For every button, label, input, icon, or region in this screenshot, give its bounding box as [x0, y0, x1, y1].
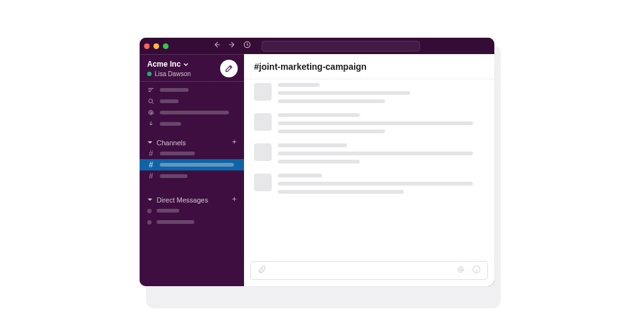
- back-icon[interactable]: [213, 40, 221, 52]
- hash-icon: #: [147, 149, 155, 158]
- workspace-name: Acme Inc: [147, 60, 180, 69]
- add-dm-button[interactable]: [231, 196, 238, 204]
- channel-header: #joint-marketing-campaign: [244, 54, 494, 79]
- hash-icon: #: [147, 172, 155, 180]
- channels-header-label: Channels: [157, 139, 186, 147]
- caret-down-icon: [147, 197, 153, 203]
- dm-item[interactable]: [140, 205, 244, 216]
- paperclip-icon: [257, 265, 267, 274]
- avatar: [254, 83, 272, 101]
- channel-item[interactable]: #: [140, 148, 244, 159]
- placeholder-line: [160, 122, 181, 126]
- placeholder-line: [278, 113, 360, 117]
- placeholder-line: [278, 190, 404, 194]
- avatar: [254, 174, 272, 191]
- workspace-header[interactable]: Acme Inc Lisa Dawson: [140, 55, 244, 82]
- svg-point-4: [473, 265, 480, 272]
- minimize-window-dot[interactable]: [153, 43, 159, 49]
- message-composer[interactable]: [250, 261, 488, 280]
- placeholder-line: [278, 83, 319, 87]
- placeholder-line: [160, 88, 189, 92]
- sidebar-item-mentions[interactable]: [140, 107, 244, 118]
- attach-button[interactable]: [257, 265, 267, 277]
- fullscreen-window-dot[interactable]: [163, 43, 169, 49]
- hash-icon: #: [147, 160, 155, 169]
- dm-presence-icon: [147, 220, 152, 225]
- svg-point-2: [150, 112, 152, 114]
- presence-indicator-icon: [147, 72, 152, 76]
- caret-down-icon: [147, 140, 153, 145]
- message-item: [244, 138, 494, 169]
- chevron-down-icon: [183, 62, 189, 67]
- placeholder-line: [278, 174, 322, 177]
- placeholder-line: [278, 121, 473, 125]
- threads-icon: [147, 86, 155, 94]
- channels-section-header[interactable]: Channels: [140, 136, 244, 148]
- close-window-dot[interactable]: [144, 43, 150, 49]
- window-titlebar: [140, 38, 494, 54]
- message-item: [244, 169, 494, 199]
- placeholder-line: [278, 160, 360, 164]
- sidebar-item-search[interactable]: [140, 96, 244, 107]
- placeholder-line: [278, 152, 473, 155]
- search-icon: [147, 97, 155, 105]
- at-sign-icon: [147, 109, 155, 116]
- placeholder-line: [160, 111, 229, 114]
- mention-button[interactable]: [456, 265, 465, 277]
- avatar: [254, 113, 272, 131]
- emoji-button[interactable]: [472, 265, 481, 277]
- message-item: [244, 108, 494, 138]
- sidebar-top-nav: [140, 82, 244, 131]
- dm-item[interactable]: [140, 216, 244, 228]
- placeholder-line: [278, 130, 385, 133]
- history-icon[interactable]: [243, 40, 252, 52]
- sidebar-item-threads[interactable]: [140, 84, 244, 96]
- channel-item-selected[interactable]: #: [140, 159, 244, 170]
- channel-item[interactable]: #: [140, 170, 244, 182]
- current-user-name: Lisa Dawson: [155, 70, 191, 77]
- avatar: [254, 143, 272, 161]
- window-traffic-lights: [144, 43, 171, 49]
- dms-section-header[interactable]: Direct Messages: [140, 193, 244, 205]
- download-arrow-icon: [147, 120, 155, 128]
- placeholder-line: [278, 99, 385, 103]
- global-search-input[interactable]: [262, 41, 420, 52]
- svg-point-3: [460, 268, 462, 270]
- channel-title[interactable]: #joint-marketing-campaign: [254, 62, 367, 72]
- placeholder-line: [157, 220, 194, 224]
- placeholder-line: [278, 182, 473, 186]
- placeholder-line: [278, 91, 410, 95]
- forward-icon[interactable]: [228, 40, 236, 52]
- message-item: [244, 82, 494, 108]
- compose-icon: [225, 64, 233, 73]
- main-content-area: #joint-marketing-campaign: [244, 54, 494, 286]
- compose-button[interactable]: [220, 60, 238, 77]
- dm-presence-icon: [147, 209, 152, 213]
- placeholder-line: [278, 143, 347, 147]
- add-channel-button[interactable]: [231, 138, 238, 147]
- dms-header-label: Direct Messages: [157, 196, 208, 204]
- placeholder-line: [160, 152, 195, 155]
- workspace-sidebar: Acme Inc Lisa Dawson: [140, 54, 244, 286]
- sidebar-item-saved[interactable]: [140, 118, 244, 130]
- smiley-icon: [472, 265, 481, 274]
- placeholder-line: [157, 209, 179, 213]
- placeholder-line: [160, 174, 187, 178]
- at-sign-icon: [456, 265, 465, 274]
- app-window: Acme Inc Lisa Dawson: [140, 38, 494, 286]
- placeholder-line: [160, 99, 179, 103]
- message-list: [244, 79, 494, 256]
- history-nav-group: [213, 40, 252, 52]
- placeholder-line: [160, 163, 234, 167]
- svg-point-1: [149, 99, 153, 103]
